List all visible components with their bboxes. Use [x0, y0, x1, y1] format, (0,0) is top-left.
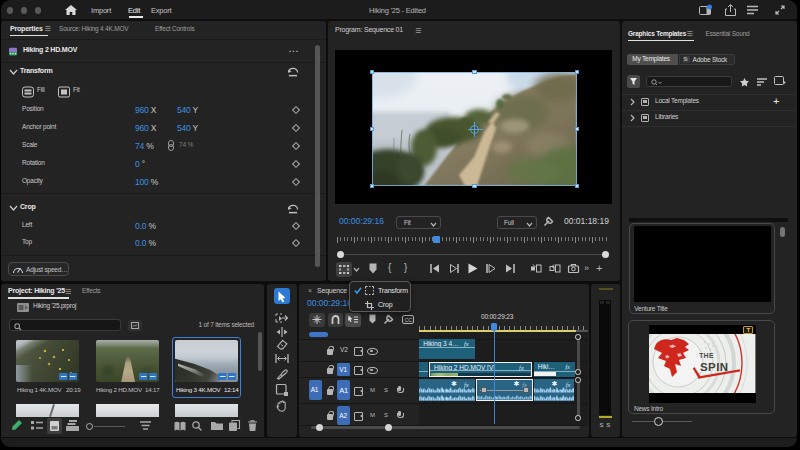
svg-text:THE: THE [699, 352, 714, 359]
svg-text:SPIN: SPIN [700, 361, 728, 373]
